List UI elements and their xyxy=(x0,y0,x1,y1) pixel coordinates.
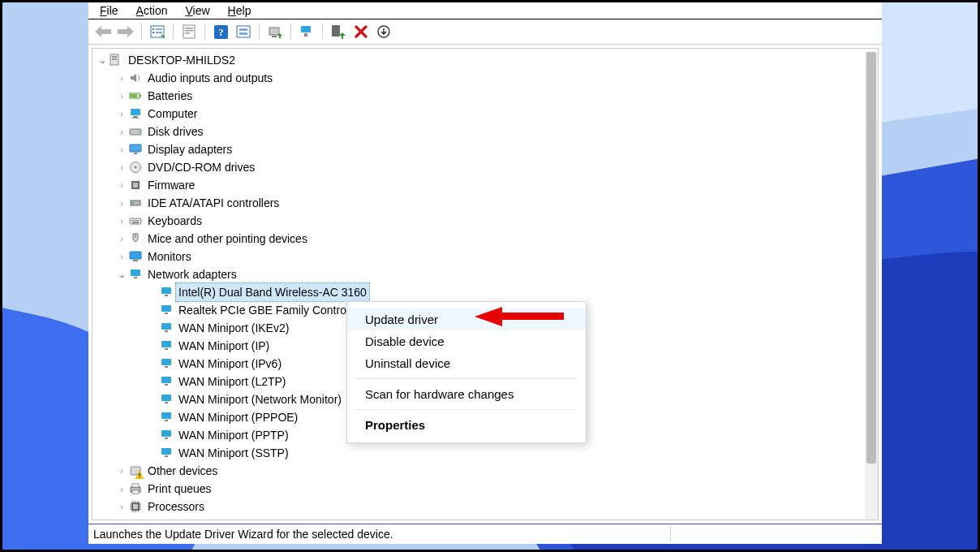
svg-rect-43 xyxy=(138,220,140,222)
properties-button[interactable] xyxy=(179,22,199,41)
svg-rect-22 xyxy=(112,58,117,60)
expander-icon[interactable]: › xyxy=(116,194,127,212)
svg-point-30 xyxy=(138,132,140,133)
scrollbar-vertical[interactable] xyxy=(865,52,878,520)
device-manager-window: File Action View Help ? xyxy=(88,2,882,544)
scrollbar-thumb[interactable] xyxy=(866,52,876,464)
expander-icon[interactable]: › xyxy=(116,498,127,515)
svg-rect-6 xyxy=(185,28,193,29)
context-scan-hardware[interactable]: Scan for hardware changes xyxy=(347,383,586,405)
svg-rect-2 xyxy=(153,32,154,33)
cpu-icon xyxy=(128,499,143,514)
svg-rect-54 xyxy=(161,323,171,330)
tree-device[interactable]: Intel(R) Dual Band Wireless-AC 3160 xyxy=(97,283,865,301)
svg-rect-25 xyxy=(131,94,137,97)
tree-category[interactable]: ›Disk drives xyxy=(97,123,865,140)
tree-category[interactable]: ›IDE ATA/ATAPI controllers xyxy=(97,194,865,212)
svg-rect-27 xyxy=(133,116,138,118)
tree-category[interactable]: ›Other devices xyxy=(97,462,865,480)
expander-icon[interactable]: › xyxy=(116,176,127,194)
show-hide-tree-button[interactable] xyxy=(148,22,167,41)
tree-node-label: Mice and other pointing devices xyxy=(145,230,310,248)
svg-rect-4 xyxy=(156,32,162,33)
tree-node-label: Audio inputs and outputs xyxy=(145,69,275,87)
svg-rect-46 xyxy=(130,252,141,259)
svg-rect-40 xyxy=(131,220,133,222)
nic-icon xyxy=(159,339,174,353)
svg-text:?: ? xyxy=(218,26,224,38)
context-properties[interactable]: Properties xyxy=(347,414,586,436)
svg-rect-38 xyxy=(131,202,134,204)
expander-icon[interactable]: › xyxy=(116,123,127,140)
expander-icon[interactable]: › xyxy=(116,158,127,176)
optical-icon xyxy=(128,160,143,175)
firmware-icon xyxy=(128,178,143,192)
nic-icon xyxy=(159,410,174,425)
device-tree-panel: ⌄DESKTOP-MHILDS2›Audio inputs and output… xyxy=(88,45,882,524)
tree-category[interactable]: ›Keyboards xyxy=(97,212,865,230)
svg-rect-1 xyxy=(153,28,154,30)
uninstall-device-button[interactable] xyxy=(351,22,371,41)
keyboard-icon xyxy=(128,213,143,228)
svg-rect-21 xyxy=(112,56,117,58)
tree-node-label: Firmware xyxy=(145,176,197,194)
disable-device-button[interactable] xyxy=(329,22,348,41)
tree-node-label: Display adapters xyxy=(145,140,234,158)
expander-icon[interactable]: › xyxy=(116,212,127,230)
tree-category[interactable]: ›Mice and other pointing devices xyxy=(97,230,865,248)
context-menu: Update driver Disable device Uninstall d… xyxy=(346,301,587,443)
svg-rect-3 xyxy=(156,28,162,30)
tree-category[interactable]: ›Firmware xyxy=(97,176,865,194)
tree-node-label: Network adapters xyxy=(145,265,239,283)
tree-category[interactable]: ›Display adapters xyxy=(97,140,865,158)
tree-category[interactable]: ›Monitors xyxy=(97,248,865,265)
tree-category[interactable]: ›Batteries xyxy=(97,87,865,105)
svg-rect-68 xyxy=(161,448,171,455)
tree-category[interactable]: ›Audio inputs and outputs xyxy=(97,69,865,87)
svg-rect-58 xyxy=(161,359,171,365)
toolbar: ? xyxy=(88,19,882,45)
expander-icon[interactable]: › xyxy=(116,248,127,265)
help-button[interactable]: ? xyxy=(211,22,230,41)
tree-device[interactable]: WAN Miniport (SSTP) xyxy=(97,444,865,462)
forward-button[interactable] xyxy=(116,22,135,41)
tree-category[interactable]: ›Processors xyxy=(97,498,865,515)
tree-node-label: Intel(R) Dual Band Wireless-AC 3160 xyxy=(176,283,369,301)
tree-category[interactable]: ›Print queues xyxy=(97,480,865,498)
menu-view[interactable]: View xyxy=(178,4,218,17)
svg-rect-12 xyxy=(239,28,247,31)
svg-rect-75 xyxy=(132,490,139,494)
expander-icon[interactable]: › xyxy=(116,462,127,480)
expander-icon[interactable]: › xyxy=(116,105,127,123)
more-options-button[interactable] xyxy=(374,22,393,41)
back-button[interactable] xyxy=(93,22,113,41)
tree-node-label: Keyboards xyxy=(145,212,204,230)
device-tree[interactable]: ⌄DESKTOP-MHILDS2›Audio inputs and output… xyxy=(88,48,865,524)
tree-category[interactable]: ›DVD/CD-ROM drives xyxy=(97,158,865,176)
menu-help[interactable]: Help xyxy=(220,4,260,17)
menu-action[interactable]: Action xyxy=(128,4,176,17)
expander-icon[interactable]: › xyxy=(116,480,127,498)
context-update-driver[interactable]: Update driver xyxy=(347,308,586,330)
expander-icon[interactable]: › xyxy=(116,87,127,105)
expander-icon[interactable]: › xyxy=(116,69,127,87)
expander-icon[interactable]: ⌄ xyxy=(116,265,127,283)
context-uninstall-device[interactable]: Uninstall device xyxy=(347,352,586,374)
tree-root[interactable]: ⌄DESKTOP-MHILDS2 xyxy=(97,51,865,69)
enable-device-button[interactable] xyxy=(297,22,316,41)
expander-icon[interactable]: ⌄ xyxy=(97,51,108,69)
context-disable-device[interactable]: Disable device xyxy=(347,330,586,352)
nic-icon xyxy=(159,303,174,317)
tree-node-label: Monitors xyxy=(145,248,194,265)
expander-icon[interactable]: › xyxy=(116,230,127,248)
tree-category[interactable]: ⌄Network adapters xyxy=(97,265,865,283)
tree-node-label: Computer xyxy=(145,105,200,123)
scan-hardware-button[interactable] xyxy=(234,22,253,41)
update-driver-button[interactable] xyxy=(265,22,285,41)
expander-icon[interactable]: › xyxy=(116,140,127,158)
computer-icon xyxy=(109,53,123,67)
tree-node-label: Other devices xyxy=(145,462,220,480)
menu-file[interactable]: File xyxy=(92,4,127,17)
tree-category[interactable]: ›Computer xyxy=(97,105,865,123)
status-bar: Launches the Update Driver Wizard for th… xyxy=(88,524,882,544)
